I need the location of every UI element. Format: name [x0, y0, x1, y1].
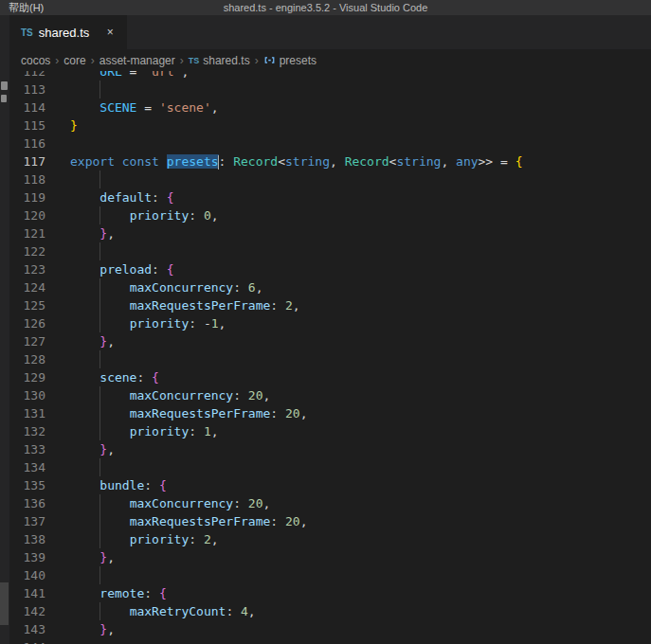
code-line[interactable]: 118: [9, 170, 651, 188]
line-number: 133: [9, 440, 45, 458]
code-token: :: [144, 478, 159, 492]
code-line[interactable]: 138 priority: 2,: [9, 530, 651, 548]
breadcrumb-item-symbol[interactable]: presets: [263, 54, 316, 67]
indent-guide: [99, 278, 100, 296]
line-number: 143: [9, 620, 45, 638]
line-number: 114: [9, 98, 45, 116]
code-line[interactable]: 119 default: {: [9, 188, 651, 206]
code-token: ,: [211, 208, 219, 223]
code-content: default: {: [45, 188, 174, 206]
code-line[interactable]: 121 },: [9, 224, 651, 242]
code-content: priority: 1,: [45, 422, 219, 440]
code-line[interactable]: 129 scene: {: [9, 368, 651, 386]
code-line[interactable]: 124 maxConcurrency: 6,: [9, 278, 651, 296]
code-line[interactable]: 120 priority: 0,: [9, 206, 651, 224]
code-token: ,: [211, 424, 219, 438]
code-token: string: [396, 154, 441, 169]
code-token: maxConcurrency: [130, 496, 234, 510]
code-content: bundle: {: [45, 476, 167, 494]
code-token: :: [270, 406, 285, 420]
code-token: [70, 622, 99, 636]
code-line[interactable]: 143 },: [9, 620, 651, 638]
menu-help[interactable]: 帮助(H): [0, 0, 52, 15]
code-line[interactable]: 116: [9, 134, 651, 152]
code-line[interactable]: 125 maxRequestsPerFrame: 2,: [9, 296, 651, 314]
code-line[interactable]: 140: [9, 566, 651, 584]
code-line[interactable]: 114 SCENE = 'scene',: [9, 98, 651, 116]
code-token: :: [219, 154, 234, 169]
breadcrumb-symbol-label: presets: [280, 54, 316, 67]
code-content: URL = 'url',: [45, 71, 189, 80]
code-token: priority: [130, 424, 190, 438]
indent-guide: [99, 458, 100, 476]
line-number: 144: [9, 638, 45, 644]
code-token: :: [233, 280, 248, 295]
code-token: ,: [107, 442, 115, 456]
code-token: 20: [248, 496, 263, 510]
line-number: 125: [9, 296, 45, 314]
sidebar-artifact: [1, 81, 8, 90]
line-number: 126: [9, 314, 45, 332]
code-token: 20: [248, 388, 263, 402]
breadcrumb-item-core[interactable]: core: [63, 54, 85, 67]
code-line[interactable]: 137 maxRequestsPerFrame: 20,: [9, 512, 651, 530]
code-line[interactable]: 141 remote: {: [9, 584, 651, 602]
code-line[interactable]: 144: [9, 638, 651, 644]
code-token: :: [233, 388, 248, 402]
code-line[interactable]: 135 bundle: {: [9, 476, 651, 494]
tab-shared-ts[interactable]: TS shared.ts ×: [9, 15, 127, 49]
code-token: :: [189, 208, 204, 223]
code-token: maxConcurrency: [130, 280, 234, 295]
code-token: }: [99, 622, 107, 636]
breadcrumb-item-cocos[interactable]: cocos: [21, 54, 50, 67]
close-tab-icon[interactable]: ×: [102, 26, 118, 39]
code-token: }: [99, 442, 107, 456]
code-line[interactable]: 113: [9, 80, 651, 98]
indent-guide: [99, 350, 100, 368]
code-token: ,: [107, 334, 115, 349]
code-token: maxRetryCount: [130, 604, 226, 618]
code-line[interactable]: 112 URL = 'url',: [9, 71, 651, 80]
code-content: maxRequestsPerFrame: 20,: [45, 512, 307, 530]
code-token: :: [144, 586, 159, 600]
code-token: [70, 100, 99, 115]
code-line[interactable]: 128: [9, 350, 651, 368]
code-line[interactable]: 130 maxConcurrency: 20,: [9, 386, 651, 404]
code-line[interactable]: 142 maxRetryCount: 4,: [9, 602, 651, 620]
line-number: 124: [9, 278, 45, 296]
code-line[interactable]: 131 maxRequestsPerFrame: 20,: [9, 404, 651, 422]
code-token: 6: [248, 280, 256, 295]
code-content: priority: -1,: [45, 314, 226, 332]
code-line[interactable]: 139 },: [9, 548, 651, 566]
code-token: maxRequestsPerFrame: [130, 514, 271, 528]
line-number: 134: [9, 458, 45, 476]
code-token: 1: [204, 424, 211, 438]
code-content: [45, 80, 70, 98]
code-token: {: [152, 370, 159, 385]
code-token: {: [159, 586, 167, 600]
indent-guide: [99, 296, 100, 314]
indent-guide: [99, 566, 100, 584]
code-token: 'scene': [159, 100, 211, 115]
code-line[interactable]: 134: [9, 458, 651, 476]
sidebar-scrollbar-thumb[interactable]: [0, 582, 9, 625]
code-content: SCENE = 'scene',: [45, 98, 219, 116]
code-line[interactable]: 127 },: [9, 332, 651, 350]
breadcrumb-item-file[interactable]: TS shared.ts: [189, 54, 250, 67]
code-line[interactable]: 136 maxConcurrency: 20,: [9, 494, 651, 512]
code-line[interactable]: 126 priority: -1,: [9, 314, 651, 332]
code-line[interactable]: 133 },: [9, 440, 651, 458]
chevron-right-icon: ›: [55, 54, 59, 67]
breadcrumb-item-asset-manager[interactable]: asset-manager: [99, 54, 175, 67]
code-token: [159, 154, 167, 169]
chevron-right-icon: ›: [91, 54, 95, 67]
code-content: priority: 0,: [45, 206, 219, 224]
code-line[interactable]: 115}: [9, 116, 651, 134]
code-line[interactable]: 117export const presets: Record<string, …: [9, 152, 651, 170]
code-line[interactable]: 122: [9, 242, 651, 260]
indent-guide: [99, 242, 100, 260]
code-token: ,: [300, 514, 308, 528]
code-line[interactable]: 123 preload: {: [9, 260, 651, 278]
code-line[interactable]: 132 priority: 1,: [9, 422, 651, 440]
code-editor[interactable]: 112 URL = 'url',113114 SCENE = 'scene',1…: [9, 71, 651, 644]
